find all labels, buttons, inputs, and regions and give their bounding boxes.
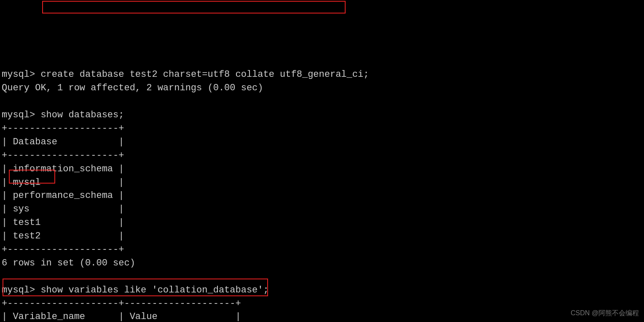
- terminal-output: mysql> create database test2 charset=utf…: [2, 55, 642, 322]
- watermark: CSDN @阿熊不会编程: [571, 308, 639, 318]
- table-border: +--------------------+: [2, 150, 124, 161]
- table-border: +--------------------+: [2, 123, 124, 134]
- table-border: +--------------------+: [2, 244, 124, 255]
- mysql-prompt[interactable]: mysql>: [2, 110, 40, 120]
- table-row: | test2 |: [2, 231, 124, 241]
- cmd-create-database: create database test2 charset=utf8 colla…: [40, 69, 369, 80]
- table-row: | information_schema |: [2, 164, 124, 174]
- mysql-prompt[interactable]: mysql>: [2, 285, 40, 295]
- cmd-show-variables: show variables like 'collation_database'…: [40, 285, 268, 295]
- highlight-box-create-cmd: [42, 1, 346, 14]
- mysql-prompt[interactable]: mysql>: [2, 69, 40, 80]
- table-row: | test1 |: [2, 217, 124, 228]
- table-row: | sys |: [2, 204, 124, 214]
- table-header: | Database |: [2, 137, 124, 147]
- table-row: | mysql |: [2, 177, 124, 188]
- query-ok-response: Query OK, 1 row affected, 2 warnings (0.…: [2, 83, 263, 93]
- cmd-show-databases: show databases;: [40, 110, 124, 120]
- table-row: | performance_schema |: [2, 190, 124, 201]
- table-header: | Variable_name | Value |: [2, 311, 241, 322]
- result-count: 6 rows in set (0.00 sec): [2, 258, 135, 268]
- table-border: +--------------------+------------------…: [2, 298, 241, 309]
